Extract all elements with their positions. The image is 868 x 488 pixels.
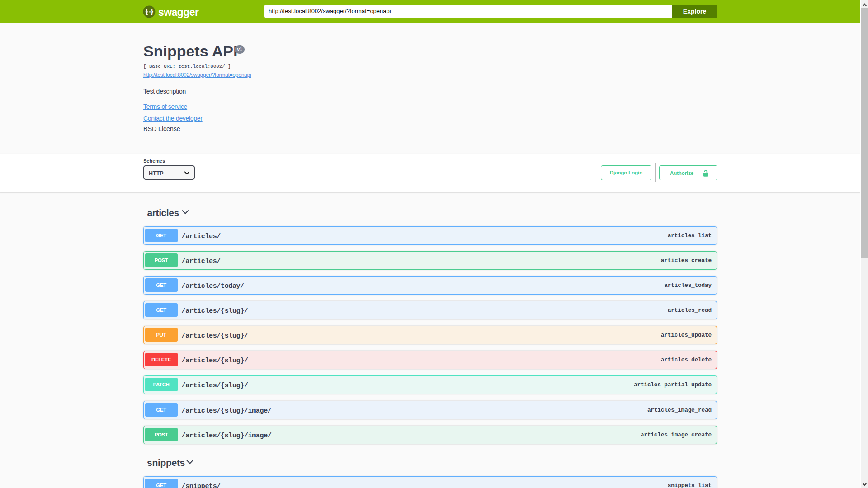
svg-text:{: { [146,8,148,15]
svg-text:}: } [151,8,153,15]
